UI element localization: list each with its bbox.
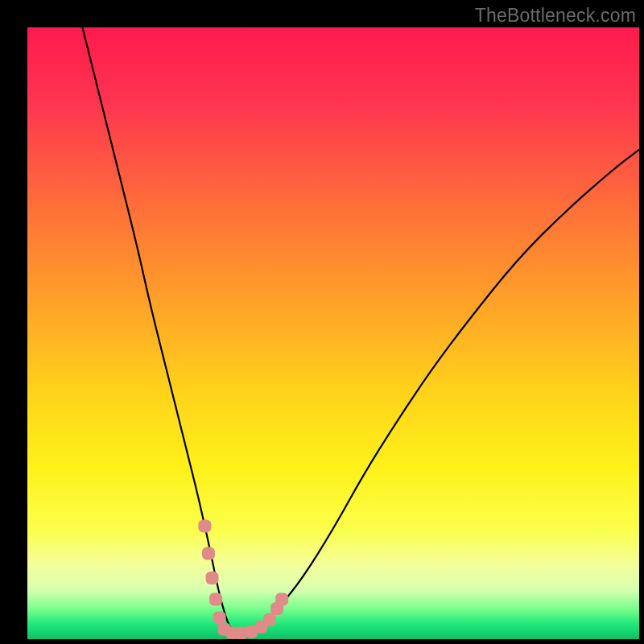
watermark-text: TheBottleneck.com — [475, 5, 636, 27]
plot-area — [27, 27, 639, 639]
curve-path — [82, 27, 639, 633]
curve-marker — [202, 547, 215, 560]
bottleneck-curve — [27, 27, 639, 639]
curve-marker — [209, 593, 222, 606]
outer-frame: TheBottleneck.com — [0, 0, 644, 644]
curve-marker — [263, 613, 276, 626]
curve-marker — [206, 572, 219, 584]
curve-marker — [275, 593, 288, 606]
curve-marker — [198, 519, 211, 532]
curve-marker — [213, 611, 226, 624]
